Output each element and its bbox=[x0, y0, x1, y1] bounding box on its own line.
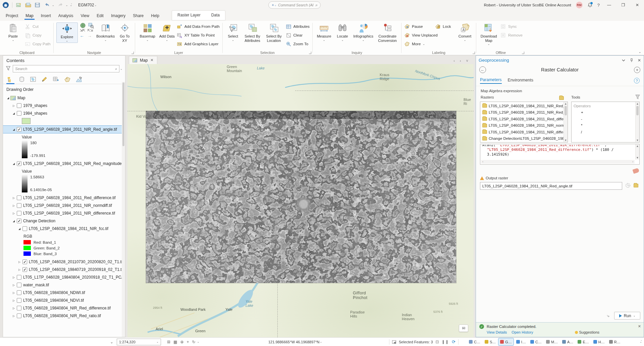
coordinate-conversion-button[interactable]: Coordinate Conversion bbox=[376, 22, 398, 43]
layer-row[interactable]: ◢LT05_L2SP_046028_1984_2011_NIR_fcc.tif bbox=[3, 225, 125, 232]
pause-drawing-icon[interactable]: ❙❙ bbox=[442, 340, 449, 344]
measure-button[interactable]: Measure⌄ bbox=[315, 22, 333, 42]
navigate-dialog-launcher-icon[interactable] bbox=[131, 52, 134, 54]
layer-row[interactable]: ◢Change Detection bbox=[3, 217, 125, 225]
suggestions-button[interactable]: Suggestions bbox=[575, 330, 600, 334]
layer-row[interactable]: ▷LT05_046028_19840804_NDWI.tif bbox=[3, 289, 125, 296]
filter-icon[interactable] bbox=[6, 66, 11, 72]
zoom-to-selection-icon[interactable] bbox=[88, 22, 94, 28]
layer-checkbox[interactable] bbox=[17, 219, 21, 223]
view-tab-nav[interactable]: ‹ › ˅ bbox=[453, 59, 470, 63]
layer-checkbox[interactable] bbox=[17, 306, 21, 310]
layer-row[interactable]: ▷LT05_L2SP_046028_1984_2011_Red_differen… bbox=[3, 194, 125, 201]
layer-checkbox[interactable] bbox=[17, 195, 21, 200]
tab-analysis[interactable]: Analysis bbox=[55, 11, 77, 21]
new-project-icon[interactable] bbox=[16, 2, 22, 8]
tab-insert[interactable]: Insert bbox=[37, 11, 55, 21]
layer-checkbox[interactable] bbox=[22, 260, 27, 264]
undo-dropdown-icon[interactable]: ⌄ bbox=[52, 4, 54, 7]
operator-item[interactable]: - bbox=[572, 116, 639, 122]
open-history-link[interactable]: Open History bbox=[512, 330, 533, 334]
pin-icon[interactable] bbox=[630, 58, 634, 62]
layer-checkbox[interactable] bbox=[17, 275, 21, 280]
download-map-button[interactable]: Download Map⌄ bbox=[479, 22, 498, 46]
run-button[interactable]: Run ⌄ bbox=[614, 312, 640, 320]
collapse-icon[interactable]: ◢ bbox=[17, 227, 22, 230]
expand-icon[interactable]: ▷ bbox=[11, 196, 16, 199]
select-by-attributes-button[interactable]: Select By Attributes bbox=[243, 22, 262, 43]
expand-icon[interactable]: ▷ bbox=[11, 212, 16, 215]
layer-checkbox[interactable] bbox=[17, 161, 21, 166]
select-by-location-button[interactable]: Select By Location bbox=[264, 22, 284, 43]
explore-button[interactable]: Explore⌄ bbox=[57, 23, 77, 42]
expand-icon[interactable]: ▷ bbox=[11, 299, 16, 302]
expression-h-scrollbar[interactable]: ‹› bbox=[481, 160, 635, 164]
account-name[interactable]: Robert - University of Ulster ScoBE Onli… bbox=[484, 3, 571, 7]
map-canvas[interactable]: Green MountainLakeWilsonKraus RidgeNorth… bbox=[127, 64, 474, 337]
tab-project[interactable]: Project bbox=[2, 11, 22, 21]
undo-icon[interactable] bbox=[44, 2, 50, 8]
xy-table-to-point-button[interactable]: XYXY Table To Point bbox=[177, 31, 220, 39]
close-panel-icon[interactable]: ✕ bbox=[638, 58, 641, 63]
grid-icon[interactable]: ▦ bbox=[173, 340, 177, 344]
layer-checkbox[interactable] bbox=[17, 298, 21, 303]
pane-tab-c[interactable]: C… bbox=[529, 338, 543, 345]
layer-row[interactable]: ▷1979_shapes bbox=[3, 102, 125, 109]
pane-tab-c[interactable]: C… bbox=[467, 338, 482, 345]
collapse-icon[interactable]: ◢ bbox=[11, 162, 16, 165]
contents-search-input[interactable]: Search ⌕ bbox=[13, 65, 119, 72]
labeling-dialog-launcher-icon[interactable] bbox=[473, 52, 475, 54]
basemap-button[interactable]: Basemap⌄ bbox=[138, 22, 157, 42]
list-by-charts-icon[interactable] bbox=[75, 76, 83, 83]
search-options-chevron-icon[interactable]: ⌄ bbox=[120, 67, 122, 70]
panel-menu-chevron-icon[interactable] bbox=[622, 58, 626, 62]
notifications-bell-icon[interactable] bbox=[587, 2, 593, 8]
zoom-to-button[interactable]: Zoom To bbox=[286, 40, 310, 48]
layer-row[interactable]: ▷LT05_L1TP_046028_19840804_20200918_02_T… bbox=[3, 274, 125, 281]
collapse-ribbon-icon[interactable]: ⌄ bbox=[639, 50, 641, 54]
raster-item[interactable]: Change Detection\LT05_L2SP_046028_1984 bbox=[480, 135, 568, 142]
tab-view[interactable]: View bbox=[77, 11, 93, 21]
full-extent-icon[interactable] bbox=[80, 22, 86, 28]
map-view-tab[interactable]: Map ✕ bbox=[129, 56, 157, 64]
fixed-zoom-out-icon[interactable]: ⇱⇲ bbox=[87, 29, 93, 32]
tab-raster-layer[interactable]: Raster Layer bbox=[172, 11, 206, 20]
qat-customize-icon[interactable]: ⌄̄ bbox=[70, 4, 72, 7]
symbol-swatch[interactable] bbox=[22, 118, 31, 124]
expand-icon[interactable]: ▷ bbox=[17, 261, 22, 264]
expand-icon[interactable]: ▷ bbox=[11, 276, 16, 279]
locate-button[interactable]: Locate⌄ bbox=[335, 22, 350, 42]
add-data-button[interactable]: Add Data⌄ bbox=[159, 22, 175, 42]
crosshair-icon[interactable]: + bbox=[186, 340, 189, 344]
select-button[interactable]: Select⌄ bbox=[225, 22, 241, 42]
tools-list[interactable]: Operators+-*/ ▲▼ bbox=[571, 102, 640, 142]
layer-checkbox[interactable] bbox=[17, 313, 21, 318]
fixed-zoom-in-icon[interactable]: ⇲⇱ bbox=[80, 29, 86, 32]
selection-dialog-launcher-icon[interactable] bbox=[309, 52, 311, 54]
remove-button[interactable]: Remove bbox=[500, 31, 523, 39]
refresh-icon[interactable]: ⟳ bbox=[452, 339, 455, 344]
raster-item[interactable]: LT05_L2SP_046028_1984_2011_NIR_differen bbox=[480, 129, 568, 135]
layer-row[interactable]: ▷LT05_L2SP_046028_20110730_20200820_02_T… bbox=[3, 258, 125, 266]
raster-item[interactable]: LT05_L2SP_046028_1984_2011_NIR_Red_ang bbox=[480, 103, 568, 109]
layer-checkbox[interactable] bbox=[17, 211, 21, 216]
view-details-link[interactable]: View Details bbox=[487, 330, 507, 334]
copy-button[interactable]: Copy bbox=[25, 31, 51, 39]
list-by-labeling-icon[interactable] bbox=[63, 76, 71, 83]
browse-rasters-folder-icon[interactable] bbox=[559, 96, 564, 100]
copy-path-button[interactable]: wCopy Path bbox=[25, 40, 51, 48]
layer-checkbox[interactable] bbox=[17, 111, 21, 116]
save-project-icon[interactable] bbox=[35, 2, 41, 8]
tab-data[interactable]: Data bbox=[206, 11, 225, 20]
offline-dialog-launcher-icon[interactable] bbox=[522, 52, 524, 54]
tab-imagery[interactable]: Imagery bbox=[107, 11, 129, 21]
layer-row[interactable]: ◢LT05_L2SP_046028_1984_2011_NIR_Red_angl… bbox=[3, 126, 125, 133]
raster-item[interactable]: LT05_L2SP_046028_1984_2011_NIR_normdif bbox=[480, 122, 568, 129]
command-search-input[interactable]: ✦₊ Command Search (Alt+Q) ⌕ bbox=[268, 1, 321, 9]
previous-extent-icon[interactable]: ← bbox=[80, 33, 84, 38]
expression-input[interactable]: Atan2( "LT05_L2SP_046028_1984_2011_NIR_d… bbox=[480, 144, 640, 165]
list-by-drawing-order-icon[interactable] bbox=[6, 76, 14, 83]
layer-checkbox[interactable] bbox=[17, 290, 21, 295]
list-by-editing-icon[interactable] bbox=[41, 76, 49, 83]
output-raster-input[interactable]: LT05_L2SP_046028_1984_2011_NIR_Red_angle… bbox=[480, 182, 622, 190]
